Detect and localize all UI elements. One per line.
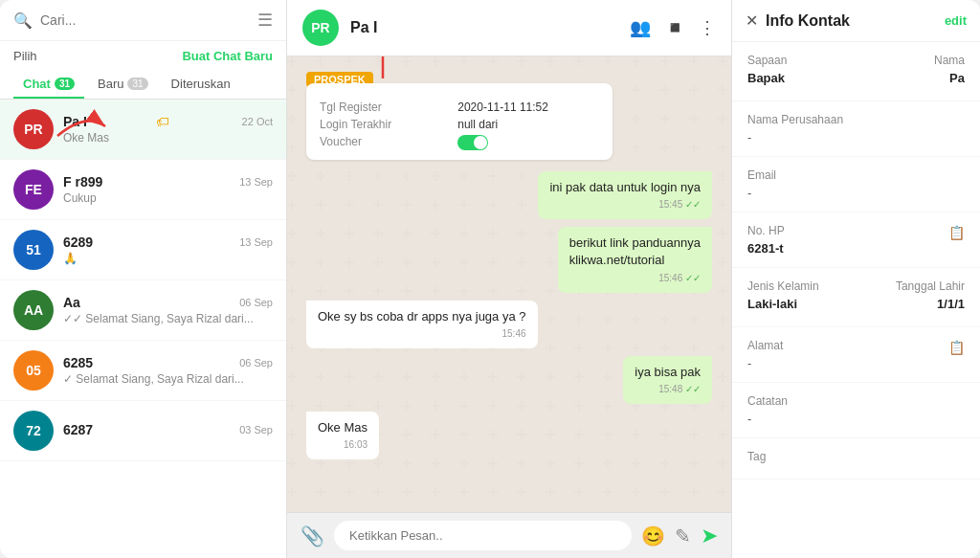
prospek-card: Tgl Register 2020-11-11 11:52 Login Tera… <box>306 83 612 160</box>
tab-baru[interactable]: Baru 31 <box>88 71 158 99</box>
bookmark-icon: 🏷 <box>156 114 169 129</box>
more-icon[interactable]: ⋮ <box>699 17 716 38</box>
chat-item-fe[interactable]: FE F r899 13 Sep Cukup <box>0 160 286 220</box>
sidebar: 🔍 ☰ Pilih Buat Chat Baru Chat 31 Baru 31… <box>0 0 287 558</box>
info-header: ✕ Info Kontak edit <box>732 0 980 42</box>
copy-alamat-icon[interactable]: 📋 <box>948 340 965 355</box>
edit-message-icon[interactable]: ✎ <box>675 525 691 547</box>
info-alamat-section: Alamat 📋 - <box>732 327 980 383</box>
message-3: Oke sy bs coba dr apps nya juga ya ? 15:… <box>306 301 538 348</box>
chat-date-fe: 13 Sep <box>239 176 273 188</box>
chat-preview-aa: ✓✓ Selamat Siang, Saya Rizal dari... <box>63 312 273 325</box>
chat-date-6285: 06 Sep <box>239 357 273 368</box>
chat-list: PR Pa I 🏷 22 Oct Oke Mas FE F r89 <box>0 100 286 558</box>
filter-icon[interactable]: ☰ <box>257 10 273 31</box>
chat-info-pa-i: Pa I 🏷 22 Oct Oke Mas <box>63 114 273 145</box>
msg-time-2: 15:46 ✓✓ <box>569 272 701 285</box>
chat-info-6289: 6289 13 Sep 🙏 <box>63 234 273 265</box>
chat-date-6287: 03 Sep <box>239 424 273 435</box>
people-icon[interactable]: 👥 <box>630 17 651 38</box>
chat-main: PR Pa I 👥 ◾ ⋮ PROSPEK Tgl Register 2020-… <box>287 0 731 558</box>
chat-name-aa: Aa <box>63 295 80 310</box>
jk-value: Laki-laki <box>747 297 797 311</box>
jk-label: Jenis Kelamin <box>747 279 819 293</box>
info-sapaan-section: Sapaan Nama Bapak Pa <box>732 42 980 101</box>
close-icon[interactable]: ✕ <box>746 11 758 30</box>
message-2: berikut link panduannya klikwa.net/tutor… <box>558 227 712 292</box>
baru-badge: 31 <box>127 78 147 90</box>
chat-item-6287[interactable]: 72 6287 03 Sep <box>0 401 286 461</box>
info-jk-section: Jenis Kelamin Tanggal Lahir Laki-laki 1/… <box>732 268 980 327</box>
search-bar: 🔍 ☰ <box>0 0 286 41</box>
tab-chat[interactable]: Chat 31 <box>13 71 84 99</box>
chat-item-6289[interactable]: 51 6289 13 Sep 🙏 <box>0 220 286 280</box>
search-input[interactable] <box>40 12 250 28</box>
chat-date-pa-i: 22 Oct <box>242 116 273 127</box>
emoji-icon[interactable]: 😊 <box>641 525 665 547</box>
info-perusahaan-section: Nama Perusahaan - <box>732 101 980 157</box>
edit-button[interactable]: edit <box>945 13 967 28</box>
email-label: Email <box>747 168 965 182</box>
attachment-icon[interactable]: 📎 <box>301 525 324 547</box>
info-tag-section: Tag <box>732 438 980 480</box>
avatar-6287: 72 <box>13 411 54 451</box>
catatan-label: Catatan <box>747 394 965 408</box>
info-panel: ✕ Info Kontak edit Sapaan Nama Bapak Pa … <box>731 0 980 558</box>
copy-nohp-icon[interactable]: 📋 <box>948 225 965 240</box>
prospek-section: PROSPEK Tgl Register 2020-11-11 11:52 Lo… <box>306 83 712 160</box>
chat-header-avatar: PR <box>302 10 339 46</box>
message-4: iya bisa pak 15:48 ✓✓ <box>623 356 712 404</box>
alamat-label: Alamat <box>747 339 783 352</box>
chat-preview-pa-i: Oke Mas <box>63 131 273 145</box>
tl-value: 1/1/1 <box>937 297 965 311</box>
chat-item-pa-i[interactable]: PR Pa I 🏷 22 Oct Oke Mas <box>0 100 286 160</box>
message-input[interactable] <box>334 521 632 550</box>
chat-item-6285[interactable]: 05 6285 06 Sep ✓ Selamat Siang, Saya Riz… <box>0 341 286 401</box>
chat-item-aa[interactable]: AA Aa 06 Sep ✓✓ Selamat Siang, Saya Riza… <box>0 280 286 341</box>
chat-info-6287: 6287 03 Sep <box>63 422 273 439</box>
info-catatan-section: Catatan - <box>732 383 980 438</box>
tab-diteruskan[interactable]: Diteruskan <box>162 71 240 99</box>
msg-time-3: 15:46 <box>318 327 526 341</box>
chat-preview-6289: 🙏 <box>63 252 273 265</box>
sapaan-value: Bapak <box>747 71 785 85</box>
sapaan-label: Sapaan <box>747 54 787 67</box>
avatar-6289: 51 <box>13 230 54 270</box>
info-panel-title: Info Kontak <box>766 12 937 30</box>
chat-date-aa: 06 Sep <box>239 297 273 308</box>
sidebar-actions: Pilih Buat Chat Baru <box>0 41 286 67</box>
nohp-value: 6281-t <box>747 241 965 256</box>
chat-header-name: Pa I <box>350 19 618 36</box>
header-icons: 👥 ◾ ⋮ <box>630 17 716 38</box>
search-icon: 🔍 <box>13 11 33 30</box>
chat-info-6285: 6285 06 Sep ✓ Selamat Siang, Saya Rizal … <box>63 355 273 386</box>
chat-date-6289: 13 Sep <box>239 236 273 248</box>
pilih-button[interactable]: Pilih <box>13 49 37 63</box>
send-icon[interactable]: ➤ <box>701 524 718 548</box>
nama-value: Pa <box>949 71 965 85</box>
msg-time-1: 15:45 ✓✓ <box>549 198 701 212</box>
message-5: Oke Mas 16:03 <box>306 412 379 459</box>
chat-header: PR Pa I 👥 ◾ ⋮ <box>287 0 731 56</box>
tgl-register-value: 2020-11-11 11:52 <box>457 100 599 114</box>
chat-badge: 31 <box>55 78 75 90</box>
nohp-label: No. HP <box>747 224 785 237</box>
chat-name-pa-i: Pa I <box>63 114 87 129</box>
chat-preview-6285: ✓ Selamat Siang, Saya Rizal dari... <box>63 372 273 386</box>
tag-label: Tag <box>747 450 965 463</box>
login-terakhir-value: null dari <box>457 118 599 131</box>
buat-chat-button[interactable]: Buat Chat Baru <box>182 49 273 63</box>
avatar-pa-i: PR <box>13 109 54 149</box>
msg-time-4: 15:48 ✓✓ <box>635 383 701 396</box>
catatan-value: - <box>747 412 965 426</box>
block-icon[interactable]: ◾ <box>664 17 685 38</box>
tgl-register-label: Tgl Register <box>320 100 442 114</box>
chat-name-fe: F r899 <box>63 174 102 190</box>
chat-name-6287: 6287 <box>63 422 93 437</box>
avatar-fe: FE <box>13 169 54 210</box>
chat-name-6289: 6289 <box>63 234 93 250</box>
login-terakhir-label: Login Terakhir <box>320 118 442 131</box>
nama-label: Nama <box>934 54 965 67</box>
avatar-6285: 05 <box>13 350 54 391</box>
prospek-table: Tgl Register 2020-11-11 11:52 Login Tera… <box>320 100 599 150</box>
